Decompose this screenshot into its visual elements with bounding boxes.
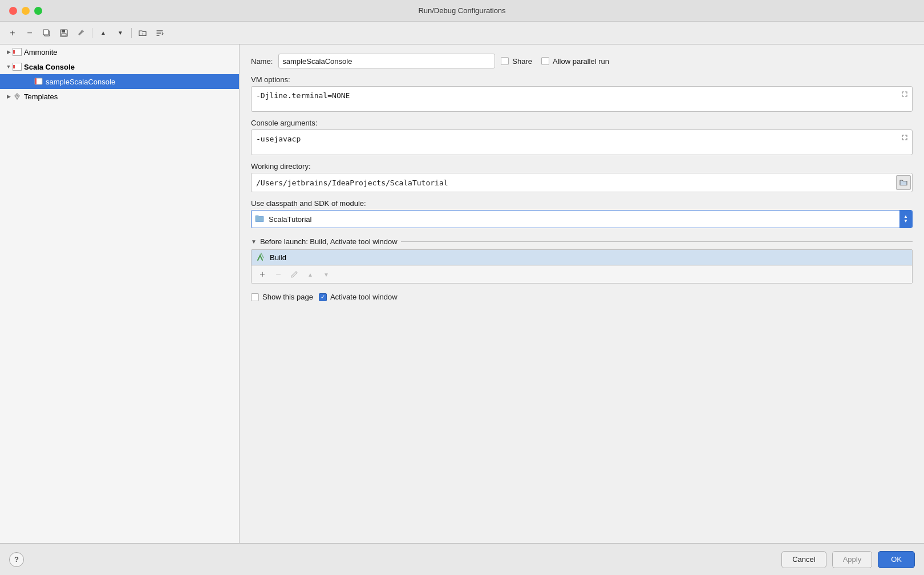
titlebar: Run/Debug Configurations: [0, 0, 924, 22]
show-page-label: Show this page: [262, 293, 313, 301]
before-launch-toolbar: + − ▲ ▼: [252, 265, 912, 283]
tree-arrow-ammonite: ▶: [5, 48, 13, 56]
tree-item-ammonite[interactable]: ▶ Ammonite: [0, 44, 239, 59]
sort-button[interactable]: [152, 26, 168, 41]
show-page-checkbox[interactable]: [251, 293, 259, 301]
before-launch-up-button: ▲: [304, 268, 317, 281]
activate-window-label: Activate tool window: [330, 293, 398, 301]
close-button[interactable]: [9, 7, 17, 15]
tree-label-ammonite: Ammonite: [24, 48, 58, 56]
working-dir-browse-button[interactable]: [896, 175, 911, 190]
minimize-button[interactable]: [22, 7, 30, 15]
svg-point-8: [17, 95, 18, 97]
svg-rect-1: [43, 30, 48, 35]
module-icon: [255, 214, 264, 224]
save-config-button[interactable]: [56, 26, 72, 41]
remove-config-button[interactable]: −: [22, 26, 38, 41]
console-args-input[interactable]: [252, 130, 912, 153]
move-down-button[interactable]: ▼: [112, 26, 128, 41]
svg-rect-4: [62, 34, 66, 36]
module-container: ▲ ▼: [251, 210, 913, 228]
parallel-checkbox[interactable]: [541, 57, 549, 65]
ammonite-icon: [13, 47, 22, 56]
console-args-block: Console arguments:: [251, 119, 913, 155]
activate-window-checkbox[interactable]: [319, 293, 327, 301]
tree-label-templates: Templates: [24, 92, 58, 101]
tree-label-scala-console: Scala Console: [24, 63, 75, 71]
vm-options-label: VM options:: [251, 75, 913, 84]
vm-options-container: [251, 86, 913, 112]
before-launch-label: Before launch: Build, Activate tool wind…: [260, 237, 398, 246]
before-launch-remove-button: −: [272, 268, 285, 281]
config-tree: ▶ Ammonite ▼ Scala Console sampleScal: [0, 44, 240, 543]
build-item-label: Build: [270, 253, 286, 262]
sample-config-icon: [34, 77, 43, 86]
module-input[interactable]: [266, 215, 899, 224]
classpath-block: Use classpath and SDK of module: ▲ ▼: [251, 199, 913, 228]
name-row: Name: Share Allow parallel run: [251, 54, 913, 68]
before-launch-edit-button: [288, 268, 301, 281]
config-form: Name: Share Allow parallel run VM option…: [240, 44, 924, 543]
toolbar: + − ▲ ▼ +: [0, 22, 924, 44]
share-checkbox[interactable]: [501, 57, 509, 65]
bottom-right: Cancel Apply OK: [781, 551, 915, 568]
toolbar-separator: [92, 28, 92, 38]
tree-arrow-sample: [26, 78, 34, 86]
tree-arrow-scala-console: ▼: [5, 63, 13, 71]
working-dir-container: [251, 173, 913, 192]
before-launch-separator: [401, 241, 913, 242]
tree-arrow-templates: ▶: [5, 92, 13, 100]
maximize-button[interactable]: [34, 7, 42, 15]
bottom-left: ?: [9, 552, 24, 567]
working-dir-label: Working directory:: [251, 162, 913, 171]
before-launch-list: Build + − ▲ ▼: [251, 249, 913, 284]
svg-text:+: +: [141, 32, 144, 36]
activate-window-item: Activate tool window: [319, 293, 398, 301]
vm-options-expand-button[interactable]: [899, 89, 910, 99]
parallel-item: Allow parallel run: [541, 57, 609, 66]
tree-item-scala-console[interactable]: ▼ Scala Console: [0, 59, 239, 74]
wrench-button[interactable]: [73, 26, 89, 41]
console-args-container: [251, 129, 913, 155]
toolbar-separator-2: [131, 28, 132, 38]
apply-button: Apply: [832, 551, 873, 568]
console-args-expand-button[interactable]: [899, 132, 910, 143]
before-launch-add-button[interactable]: +: [256, 268, 269, 281]
parallel-label: Allow parallel run: [553, 57, 609, 66]
before-launch-section: ▼ Before launch: Build, Activate tool wi…: [251, 237, 913, 284]
before-launch-header: ▼ Before launch: Build, Activate tool wi…: [251, 237, 913, 246]
window-title: Run/Debug Configurations: [418, 6, 505, 15]
console-args-label: Console arguments:: [251, 119, 913, 127]
help-button[interactable]: ?: [9, 552, 24, 567]
create-folder-button[interactable]: +: [135, 26, 151, 41]
working-dir-block: Working directory:: [251, 162, 913, 192]
cancel-button[interactable]: Cancel: [781, 551, 826, 568]
share-label: Share: [512, 57, 532, 66]
name-label: Name:: [251, 57, 273, 66]
scala-console-icon: [13, 62, 22, 71]
copy-config-button[interactable]: [39, 26, 55, 41]
before-launch-arrow[interactable]: ▼: [251, 238, 257, 245]
working-dir-input[interactable]: [252, 173, 896, 192]
show-page-item: Show this page: [251, 293, 313, 301]
module-down-arrow: ▼: [903, 219, 908, 224]
name-input[interactable]: [278, 54, 495, 68]
build-icon: [256, 253, 265, 262]
move-up-button[interactable]: ▲: [95, 26, 111, 41]
ok-button[interactable]: OK: [878, 551, 915, 568]
share-item: Share: [501, 57, 532, 66]
svg-rect-3: [62, 30, 65, 33]
window-controls: [9, 7, 42, 15]
before-launch-build-item[interactable]: Build: [252, 250, 912, 265]
bottom-bar: ? Cancel Apply OK: [0, 543, 924, 575]
vm-options-input[interactable]: [252, 87, 912, 110]
tree-label-sample: sampleScalaConsole: [46, 78, 115, 86]
add-config-button[interactable]: +: [5, 26, 21, 41]
svg-rect-7: [35, 78, 37, 84]
tree-item-templates[interactable]: ▶ Templates: [0, 89, 239, 104]
tree-item-sample-scala-console[interactable]: sampleScalaConsole: [0, 74, 239, 89]
module-arrows-button[interactable]: ▲ ▼: [899, 210, 912, 228]
share-area: Share Allow parallel run: [501, 57, 609, 66]
bottom-checkboxes: Show this page Activate tool window: [251, 293, 913, 301]
vm-options-block: VM options:: [251, 75, 913, 112]
